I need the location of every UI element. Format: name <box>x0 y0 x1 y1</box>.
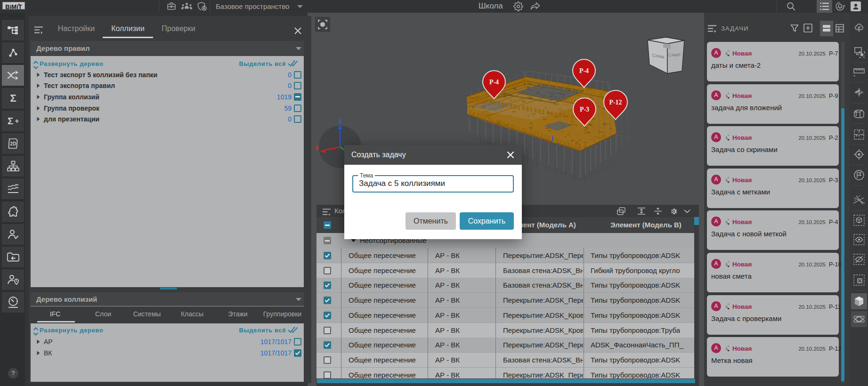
svg-text:Σ: Σ <box>7 116 13 126</box>
svg-text:Р-4: Р-4 <box>489 79 499 86</box>
svg-text:Z: Z <box>339 119 342 124</box>
svg-text:X: X <box>315 145 319 151</box>
svg-text:Р-12: Р-12 <box>609 99 622 106</box>
svg-text:2D: 2D <box>10 141 16 146</box>
svg-text:2: 2 <box>859 194 860 197</box>
svg-text:1: 1 <box>854 199 856 201</box>
svg-text:Р-3: Р-3 <box>580 106 589 113</box>
svg-text:+: + <box>15 117 19 125</box>
svg-text:Р-4: Р-4 <box>579 67 589 74</box>
svg-text:Σ: Σ <box>10 92 16 104</box>
